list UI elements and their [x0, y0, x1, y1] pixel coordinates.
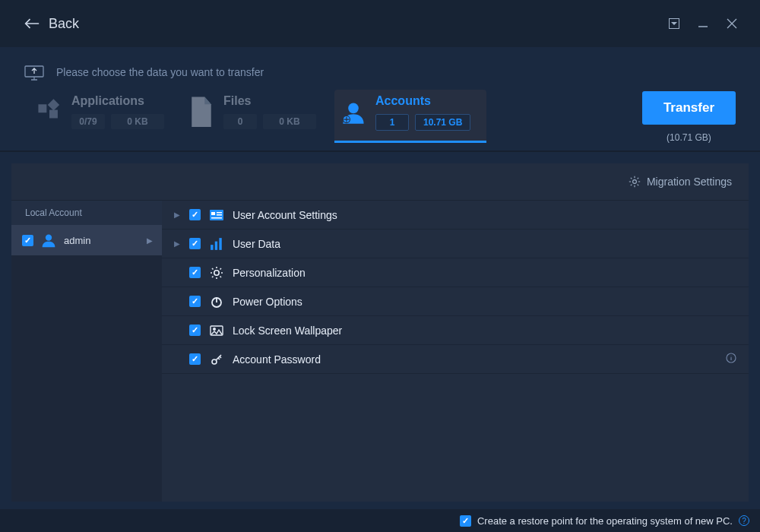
- list-item-user-account-settings[interactable]: ▶ User Account Settings: [162, 201, 749, 230]
- svg-point-17: [214, 270, 219, 274]
- tab-applications[interactable]: Applications 0/79 0 KB: [30, 90, 182, 140]
- svg-rect-11: [217, 212, 222, 214]
- svg-rect-10: [211, 212, 215, 215]
- list-item-user-data[interactable]: ▶ User Data: [162, 230, 749, 258]
- checkbox-icon[interactable]: [189, 353, 201, 365]
- help-icon[interactable]: ?: [739, 515, 749, 526]
- tab-files-title: Files: [223, 94, 316, 108]
- list-item-label: User Account Settings: [233, 209, 337, 221]
- list-item-label: Power Options: [233, 296, 302, 308]
- svg-rect-13: [211, 217, 222, 219]
- tab-accounts-title: Accounts: [375, 94, 470, 108]
- svg-rect-2: [38, 104, 46, 112]
- checkbox-icon[interactable]: [189, 209, 201, 220]
- restore-point-checkbox[interactable]: [460, 515, 471, 527]
- expand-icon[interactable]: ▶: [174, 211, 180, 219]
- bars-icon: [210, 237, 223, 251]
- svg-rect-16: [219, 238, 221, 250]
- list-item-personalization[interactable]: Personalization: [162, 258, 749, 287]
- gear-icon: [629, 176, 641, 188]
- accounts-sidebar: Local Account admin ▶: [11, 201, 162, 502]
- monitor-upload-icon: [24, 64, 44, 81]
- sun-gear-icon: [210, 266, 223, 280]
- svg-point-8: [46, 235, 52, 241]
- tab-applications-title: Applications: [71, 94, 164, 108]
- tab-accounts-count: 1: [375, 114, 409, 131]
- file-icon: [188, 99, 214, 125]
- tab-accounts[interactable]: Accounts 1 10.71 GB: [334, 90, 486, 141]
- checkbox-icon[interactable]: [189, 267, 201, 278]
- window-minimize-button[interactable]: [689, 11, 717, 36]
- person-icon: [41, 233, 56, 248]
- prompt-text: Please choose the data you want to trans…: [56, 66, 264, 78]
- back-button[interactable]: Back: [24, 16, 79, 32]
- svg-rect-15: [215, 241, 217, 249]
- key-icon: [210, 353, 223, 366]
- sidebar-item-admin[interactable]: admin ▶: [11, 225, 162, 255]
- info-icon[interactable]: [726, 353, 736, 366]
- expand-icon[interactable]: ▶: [174, 239, 180, 248]
- migration-settings-link[interactable]: Migration Settings: [629, 176, 732, 188]
- checkbox-icon[interactable]: [22, 235, 33, 246]
- tab-files[interactable]: Files 0 0 KB: [182, 90, 334, 140]
- tab-applications-count: 0/79: [71, 114, 105, 129]
- list-item-lock-screen-wallpaper[interactable]: Lock Screen Wallpaper: [162, 316, 749, 345]
- arrow-left-icon: [24, 18, 40, 29]
- svg-point-5: [348, 103, 359, 114]
- checkbox-icon[interactable]: [189, 238, 201, 249]
- svg-rect-12: [217, 214, 222, 216]
- svg-rect-14: [211, 245, 213, 250]
- restore-point-label: Create a restore point for the operating…: [477, 515, 733, 527]
- window-close-button[interactable]: [717, 11, 746, 36]
- account-icon: [340, 100, 366, 125]
- minimize-icon: [698, 18, 708, 29]
- chevron-right-icon: ▶: [147, 236, 153, 245]
- list-item-account-password[interactable]: Account Password: [162, 345, 749, 374]
- tab-applications-size: 0 KB: [111, 114, 164, 129]
- list-item-label: User Data: [233, 238, 280, 250]
- sidebar-header: Local Account: [11, 201, 162, 225]
- list-item-label: Lock Screen Wallpaper: [233, 325, 342, 337]
- apps-icon: [36, 99, 62, 125]
- checkbox-icon[interactable]: [189, 325, 201, 336]
- dropdown-box-icon: [669, 18, 679, 29]
- transfer-button[interactable]: Transfer: [642, 91, 736, 125]
- settings-list: ▶ User Account Settings ▶ User Data Pers…: [162, 201, 749, 502]
- power-icon: [210, 295, 223, 309]
- svg-rect-4: [48, 99, 59, 110]
- picture-icon: [210, 324, 223, 337]
- close-icon: [726, 17, 738, 30]
- back-label: Back: [49, 16, 79, 32]
- list-item-label: Personalization: [233, 267, 306, 279]
- transfer-total-size: (10.71 GB): [667, 132, 711, 143]
- tab-files-count: 0: [223, 114, 257, 129]
- list-item-power-options[interactable]: Power Options: [162, 287, 749, 316]
- svg-point-7: [633, 180, 637, 184]
- card-icon: [210, 208, 223, 222]
- svg-point-20: [214, 328, 216, 330]
- migration-settings-label: Migration Settings: [647, 176, 732, 188]
- tab-files-size: 0 KB: [263, 114, 316, 129]
- list-item-label: Account Password: [233, 353, 321, 366]
- window-dropdown-button[interactable]: [660, 11, 689, 36]
- tab-accounts-size: 10.71 GB: [415, 114, 470, 131]
- sidebar-user-label: admin: [64, 235, 90, 246]
- checkbox-icon[interactable]: [189, 296, 201, 307]
- svg-rect-3: [49, 110, 58, 119]
